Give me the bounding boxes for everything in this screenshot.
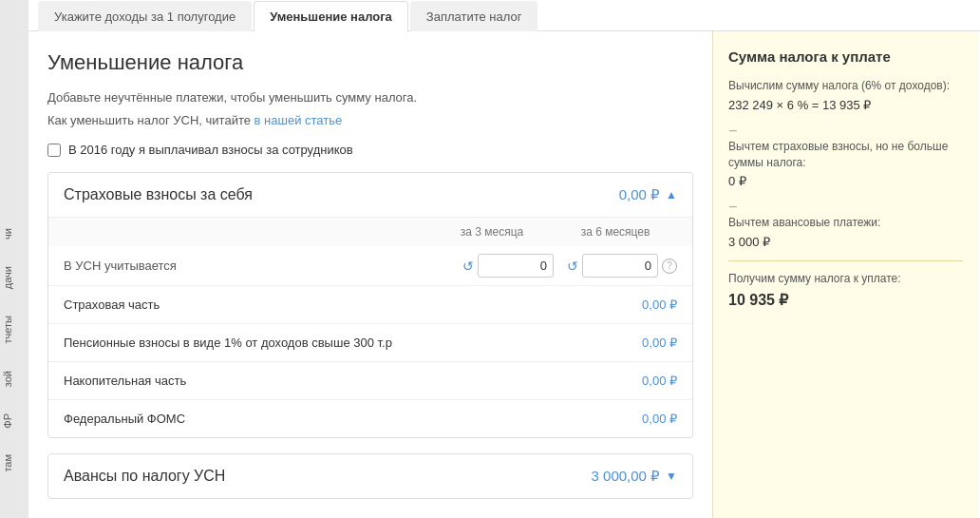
employees-checkbox[interactable] xyxy=(47,144,61,157)
advances-section-header[interactable]: Авансы по налогу УСН 3 000,00 ₽ ▼ xyxy=(48,454,692,498)
main-content: Укажите доходы за 1 полугодие Уменьшение… xyxy=(28,0,980,518)
insurance-row-2-label: Накопительная часть xyxy=(64,374,642,388)
insurance-row-1: Пенсионные взносы в виде 1% от доходов с… xyxy=(48,324,692,362)
advances-section-value: 3 000,00 ₽ ▼ xyxy=(592,468,677,485)
employees-checkbox-row: В 2016 году я выплачивал взносы за сотру… xyxy=(47,143,693,157)
tab-bar: Укажите доходы за 1 полугодие Уменьшение… xyxy=(28,0,980,31)
panel-block-3-label: Вычтем авансовые платежи: xyxy=(728,215,963,231)
refresh-6m-icon[interactable]: ↺ xyxy=(567,259,578,274)
panel-block-1-value: 232 249 × 6 % = 13 935 ₽ xyxy=(728,98,963,112)
panel-title: Сумма налога к уплате xyxy=(728,48,963,65)
insurance-row-3: Федеральный ФОМС 0,00 ₽ xyxy=(48,400,692,437)
article-link[interactable]: в нашей статье xyxy=(254,113,343,127)
panel-block-3-value: 3 000 ₽ xyxy=(728,235,963,249)
panel-dash-1: − xyxy=(728,124,963,139)
sidebar-item-1: чи xyxy=(2,228,28,240)
panel-dash-2: − xyxy=(728,200,963,215)
insurance-collapse-icon[interactable]: ▲ xyxy=(666,188,677,201)
insurance-row-1-value: 0,00 ₽ xyxy=(642,336,677,350)
sidebar-item-2: дачи xyxy=(2,266,28,289)
tab-income[interactable]: Укажите доходы за 1 полугодие xyxy=(38,1,252,31)
advances-section-card: Авансы по налогу УСН 3 000,00 ₽ ▼ xyxy=(47,453,693,499)
insurance-row-1-label: Пенсионные взносы в виде 1% от доходов с… xyxy=(64,336,642,350)
sidebar-item-5: ФР xyxy=(2,413,28,429)
input-6m[interactable] xyxy=(582,254,658,278)
panel-block-4-value: 10 935 ₽ xyxy=(728,291,963,309)
insurance-row-2: Накопительная часть 0,00 ₽ xyxy=(48,362,692,400)
sidebar-item-6: там xyxy=(2,454,28,472)
sidebar-item-3: тчеты xyxy=(2,316,28,343)
panel-divider xyxy=(728,260,963,261)
panel-block-1: Вычислим сумму налога (6% от доходов): 2… xyxy=(728,78,963,112)
sidebar-item-4: зой xyxy=(2,371,28,387)
insurance-section-card: Страховые взносы за себя 0,00 ₽ ▲ за 3 м… xyxy=(47,172,693,438)
panel-block-2-label: Вычтем страховые взносы, но не больше су… xyxy=(728,139,963,171)
content-wrapper: Уменьшение налога Добавьте неучтённые пл… xyxy=(28,31,980,518)
tax-summary-panel: Сумма налога к уплате Вычислим сумму нал… xyxy=(712,31,978,518)
insurance-row-2-value: 0,00 ₽ xyxy=(642,374,677,388)
tab-pay-tax[interactable]: Заплатите налог xyxy=(410,1,538,31)
panel-block-1-label: Вычислим сумму налога (6% от доходов): xyxy=(728,78,963,94)
col-header-6m: за 6 месяцев xyxy=(554,225,677,239)
insurance-row-0-value: 0,00 ₽ xyxy=(642,297,677,312)
panel-block-4: Получим сумму налога к уплате: 10 935 ₽ xyxy=(728,271,963,309)
insurance-section-header[interactable]: Страховые взносы за себя 0,00 ₽ ▲ xyxy=(48,173,692,217)
panel-block-2: Вычтем страховые взносы, но не больше су… xyxy=(728,139,963,189)
insurance-section-title: Страховые взносы за себя xyxy=(64,186,253,203)
advances-section-title: Авансы по налогу УСН xyxy=(64,468,225,485)
employees-checkbox-label: В 2016 году я выплачивал взносы за сотру… xyxy=(68,143,353,157)
subtitle-2: Как уменьшить налог УСН, читайте в нашей… xyxy=(47,111,693,130)
usn-input-label: В УСН учитывается xyxy=(64,259,430,273)
insurance-table-header: за 3 месяца за 6 месяцев xyxy=(48,218,692,246)
col-header-3m: за 3 месяца xyxy=(430,225,554,239)
content-main: Уменьшение налога Добавьте неучтённые пл… xyxy=(28,31,712,518)
insurance-row-0: Страховая часть 0,00 ₽ xyxy=(48,286,692,324)
insurance-section-body: за 3 месяца за 6 месяцев В УСН учитывает… xyxy=(48,217,692,437)
insurance-row-3-label: Федеральный ФОМС xyxy=(64,412,642,426)
panel-block-3: Вычтем авансовые платежи: 3 000 ₽ xyxy=(728,215,963,249)
refresh-3m-icon[interactable]: ↺ xyxy=(462,259,474,274)
info-icon[interactable]: ? xyxy=(662,259,677,274)
insurance-row-0-label: Страховая часть xyxy=(64,297,642,312)
usn-input-row: В УСН учитывается ↺ ↺ ? xyxy=(48,246,692,286)
left-sidebar: чи дачи тчеты зой ФР там xyxy=(0,0,28,518)
tab-reduce-tax[interactable]: Уменьшение налога xyxy=(254,1,408,31)
subtitle-1: Добавьте неучтённые платежи, чтобы умень… xyxy=(47,88,693,107)
advances-expand-icon[interactable]: ▼ xyxy=(666,470,677,483)
input-3m[interactable] xyxy=(478,254,554,278)
panel-block-4-label: Получим сумму налога к уплате: xyxy=(728,271,963,287)
insurance-section-value: 0,00 ₽ ▲ xyxy=(619,186,677,203)
insurance-row-3-value: 0,00 ₽ xyxy=(642,412,677,426)
panel-block-2-value: 0 ₽ xyxy=(728,174,963,188)
page-title: Уменьшение налога xyxy=(47,50,693,75)
